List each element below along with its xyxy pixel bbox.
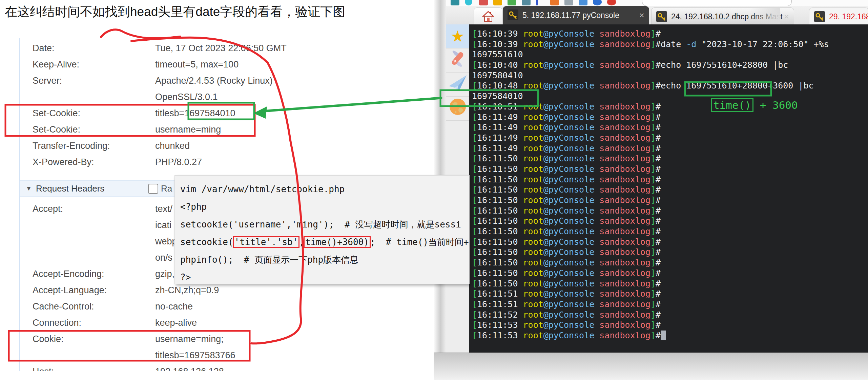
prompt-part: sandboxlog — [594, 237, 650, 247]
prompt-part: # — [656, 299, 661, 309]
prompt-part: sandboxlog — [594, 39, 650, 49]
prompt-part: # — [656, 60, 661, 70]
prompt-part: sandboxlog — [594, 60, 650, 70]
remote-monitor-icon[interactable] — [522, 0, 531, 5]
response-header-row: X-Powered-By:PHP/8.0.27 — [33, 154, 287, 170]
tab-close-icon[interactable]: × — [784, 8, 789, 25]
prompt-part: 16:11:50 — [477, 154, 518, 163]
prompt-part: [ — [472, 102, 477, 112]
prompt-part: ] — [650, 60, 656, 70]
collapse-triangle-icon[interactable]: ▼ — [26, 181, 32, 196]
prompt-part: sandboxlog — [594, 289, 650, 299]
tab-close-icon[interactable]: × — [639, 6, 644, 24]
prompt-part: [ — [472, 289, 477, 299]
prompt-part: # — [656, 164, 661, 174]
code-text: setcookie( — [180, 237, 233, 247]
prompt-part: ] — [650, 164, 656, 174]
screenshot-canvas: 在这纠结时间不如找到head头里有date字段的看看，验证下图 Date:Tue… — [0, 0, 868, 380]
prompt-part — [518, 112, 523, 122]
prompt-part: sandboxlog — [594, 258, 650, 267]
prompt-part: [ — [472, 133, 477, 143]
terminal-line: [16:11:50 root@pyConsole sandboxlog]# — [472, 164, 868, 175]
response-header-row: Set-Cookie:username=ming — [33, 121, 287, 138]
code-text: <?php — [180, 202, 207, 212]
prompt-part: @pyConsole — [543, 216, 595, 226]
prompt-part: @pyConsole — [543, 279, 595, 288]
prompt-part: [ — [472, 331, 477, 340]
prompt-part: # — [656, 320, 661, 330]
prompt-part: 16:11:49 — [477, 112, 518, 122]
prompt-part: 16:11:53 — [477, 320, 518, 330]
network-switch-icon[interactable] — [550, 0, 559, 5]
prompt-part: 16:11:50 — [477, 195, 518, 205]
shield-red-icon[interactable] — [607, 0, 616, 5]
header-value: no-cache — [155, 298, 193, 315]
prompt-part: root — [523, 237, 543, 247]
prompt-part: root — [523, 133, 543, 143]
terminal-line: [16:11:51 root@pyConsole sandboxlog]# — [472, 289, 868, 299]
raw-checkbox[interactable] — [148, 184, 158, 194]
header-value: titlesb=1697584010 — [155, 108, 235, 118]
globe-icon[interactable] — [446, 97, 469, 121]
terminal-line: [16:11:50 root@pyConsole sandboxlog]# — [472, 154, 868, 164]
prompt-part: ] — [650, 143, 656, 153]
monitor-icon[interactable] — [451, 0, 459, 5]
header-value: keep-alive — [155, 315, 197, 331]
header-name: Accept-Encoding: — [33, 266, 155, 282]
server-icon[interactable] — [564, 0, 573, 5]
tab-session-gateway[interactable]: 29. 192.168.10.1 c — [809, 7, 868, 25]
packet-icon[interactable] — [579, 0, 587, 5]
prompt-part: 16:10:40 — [477, 60, 518, 70]
tab-home[interactable] — [474, 7, 503, 25]
prompt-part: # — [656, 237, 661, 247]
tab-session-pyconsole[interactable]: 5. 192.168.11.77 pyConsole × — [503, 6, 649, 24]
code-text: phpinfo(); # 页面显示一下php版本信息 — [180, 255, 358, 265]
terminal-line: [16:11:50 root@pyConsole sandboxlog]# — [472, 206, 868, 216]
prompt-part: [ — [472, 81, 477, 91]
note-title: 在这纠结时间不如找到head头里有date字段的看看，验证下图 — [5, 3, 345, 20]
tools-knife-icon[interactable]: + — [446, 48, 469, 73]
prompt-part: [ — [472, 195, 477, 205]
separator-icon[interactable] — [536, 0, 538, 5]
header-value: username=ming — [155, 124, 221, 135]
shield-blue-icon[interactable] — [593, 0, 602, 5]
network-nodes-icon[interactable] — [465, 0, 472, 5]
prompt-part: @pyConsole — [543, 81, 595, 91]
header-name: Accept-Language: — [33, 282, 155, 298]
star-session-icon[interactable] — [493, 0, 502, 5]
terminal-line: [16:11:53 root@pyConsole sandboxlog]# — [472, 331, 868, 341]
prompt-part: root — [523, 195, 543, 205]
prompt-part: # — [656, 226, 661, 236]
terminal-line: [16:11:50 root@pyConsole sandboxlog]# — [472, 237, 868, 247]
prompt-part: 16:11:50 — [477, 164, 518, 174]
terminal-line: [16:11:50 root@pyConsole sandboxlog]# — [472, 279, 868, 289]
prompt-part — [518, 237, 523, 247]
prompt-part: sandboxlog — [594, 102, 650, 112]
prompt-part: # — [656, 81, 661, 91]
code-text: ?> — [180, 272, 191, 282]
request-header-row: Cookie:username=ming;titlesb=1697583766 — [33, 331, 235, 363]
terminal-screen[interactable]: [16:10:39 root@pyConsole sandboxlog]#[16… — [469, 24, 868, 353]
window-bottom-chrome — [434, 353, 868, 380]
user-sessions-icon[interactable] — [508, 0, 516, 5]
header-value: PHP/8.0.27 — [155, 157, 202, 167]
terminal-output: 1697580410 — [472, 71, 523, 80]
prompt-part: sandboxlog — [594, 175, 650, 184]
command-text: echo 1697551610+28800 |bc — [661, 60, 788, 70]
header-name: Transfer-Encoding: — [33, 138, 155, 154]
prompt-part: root — [523, 154, 543, 163]
prompt-part: sandboxlog — [594, 112, 650, 122]
paper-plane-icon[interactable] — [446, 73, 469, 97]
prompt-part: # — [656, 279, 661, 288]
tab-session-dhcp-dns[interactable]: 24. 192.168.10.2 dhcp dns Mast × — [651, 7, 794, 25]
prompt-part: root — [523, 122, 543, 132]
prompt-part: sandboxlog — [594, 164, 650, 174]
star-favorites-icon[interactable]: ★ — [446, 24, 469, 48]
header-name: Date: — [33, 40, 155, 56]
prompt-part: # — [656, 112, 661, 122]
prompt-part: 16:11:50 — [477, 216, 518, 226]
tools-add-icon[interactable] — [479, 0, 488, 5]
prompt-part: ] — [650, 237, 656, 247]
code-line: setcookie('title'.'sb',time()+3600); # t… — [180, 233, 469, 251]
terminal-line: [16:11:50 root@pyConsole sandboxlog]# — [472, 175, 868, 185]
